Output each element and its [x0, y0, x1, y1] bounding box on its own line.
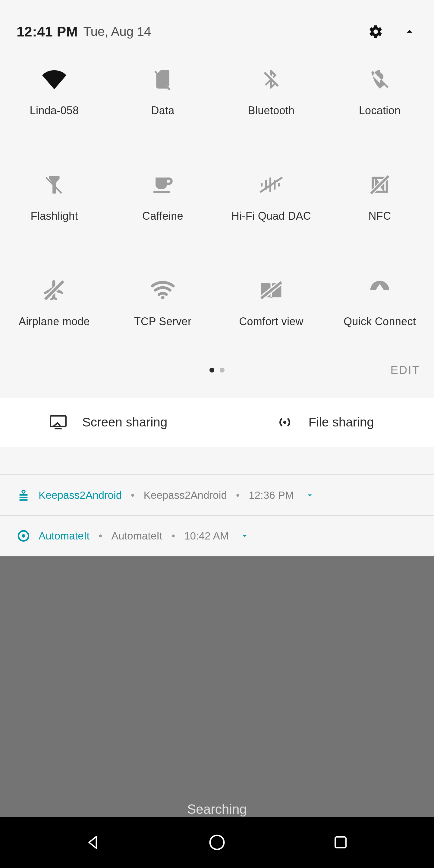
clock-time: 12:41 PM [17, 24, 78, 40]
tile-flashlight[interactable]: Flashlight [0, 171, 108, 247]
dac-off-icon [258, 171, 285, 198]
airplane-off-icon [41, 277, 68, 304]
wifi-arcs-icon [149, 277, 176, 304]
share-row: Screen sharing File sharing [0, 398, 434, 447]
share-label: Screen sharing [82, 415, 167, 430]
notif-app: Keepass2Android [38, 489, 122, 501]
bluetooth-off-icon [258, 66, 285, 93]
tile-label: Caffeine [142, 210, 183, 222]
svg-rect-24 [335, 837, 346, 848]
quick-settings-panel: 12:41 PM Tue, Aug 14 Linda-058 [0, 0, 434, 474]
page-dot-2 [220, 368, 224, 373]
tile-label: Airplane mode [19, 315, 90, 328]
clock-date: Tue, Aug 14 [83, 24, 151, 39]
nav-home-button[interactable] [187, 827, 247, 858]
qs-tiles-grid: Linda-058 Data Bluetooth [0, 45, 434, 352]
dot-sep: • [131, 489, 134, 501]
tile-bluetooth[interactable]: Bluetooth [217, 66, 326, 141]
svg-point-17 [22, 490, 25, 493]
keepass-icon [18, 489, 30, 501]
svg-point-16 [283, 421, 286, 424]
tile-caffeine[interactable]: Caffeine [108, 171, 217, 247]
tile-nfc[interactable]: NFC [326, 171, 434, 247]
svg-rect-14 [50, 416, 66, 427]
notif-title: AutomateIt [112, 530, 162, 542]
screen-sharing-button[interactable]: Screen sharing [0, 398, 217, 447]
tile-label: Hi-Fi Quad DAC [231, 210, 311, 222]
wifi-icon [41, 66, 68, 93]
notif-time: 10:42 AM [184, 530, 229, 542]
tile-label: Data [151, 104, 174, 117]
flashlight-off-icon [41, 171, 68, 198]
nav-recents-button[interactable] [310, 827, 371, 858]
qs-header: 12:41 PM Tue, Aug 14 [0, 0, 434, 45]
automateit-icon [18, 530, 30, 542]
svg-rect-4 [278, 183, 280, 187]
notification-row[interactable]: Keepass2Android • Keepass2Android • 12:3… [0, 474, 434, 516]
nav-bar [0, 817, 434, 868]
tile-label: Flashlight [30, 210, 78, 222]
notif-title: Keepass2Android [144, 489, 227, 501]
tile-data[interactable]: Data [108, 66, 217, 141]
coffee-icon [149, 171, 176, 198]
broadcast-icon [277, 414, 293, 430]
tile-label: Bluetooth [248, 104, 295, 117]
tile-comfort-view[interactable]: Comfort view [217, 277, 326, 352]
dot-sep: • [98, 530, 102, 542]
chevron-down-icon[interactable] [305, 491, 314, 500]
tile-hifi-dac[interactable]: Hi-Fi Quad DAC [217, 171, 326, 247]
notification-row[interactable]: AutomateIt • AutomateIt • 10:42 AM [0, 516, 434, 556]
location-off-icon [366, 66, 393, 93]
page-indicator [210, 368, 224, 373]
comfort-view-off-icon [258, 277, 285, 304]
svg-point-22 [22, 534, 25, 538]
tile-label: Location [359, 104, 401, 117]
svg-point-10 [161, 296, 164, 299]
notif-time: 12:36 PM [249, 489, 294, 501]
tile-label: Linda-058 [30, 104, 79, 117]
tile-location[interactable]: Location [326, 66, 434, 141]
chevron-up-icon[interactable] [402, 24, 417, 39]
svg-rect-0 [261, 183, 262, 187]
tile-label: Comfort view [239, 315, 304, 328]
file-sharing-button[interactable]: File sharing [217, 398, 434, 447]
svg-point-23 [210, 835, 224, 849]
share-label: File sharing [308, 415, 374, 430]
settings-icon[interactable] [368, 24, 384, 39]
sim-off-icon [149, 66, 176, 93]
status-text: Searching [0, 802, 434, 817]
notifications-area: Keepass2Android • Keepass2Android • 12:3… [0, 474, 434, 556]
tile-label: NFC [369, 210, 391, 222]
tile-wifi[interactable]: Linda-058 [0, 66, 108, 141]
pager-row: EDIT [0, 361, 434, 379]
notif-app: AutomateIt [38, 530, 90, 542]
tile-tcp-server[interactable]: TCP Server [108, 277, 217, 352]
tile-label: Quick Connect [344, 315, 416, 328]
svg-rect-20 [20, 499, 28, 501]
svg-rect-18 [20, 494, 28, 496]
page-dot-1 [210, 368, 214, 373]
nav-back-button[interactable] [63, 827, 124, 858]
tile-quick-connect[interactable]: Quick Connect [326, 277, 434, 352]
dot-sep: • [172, 530, 175, 542]
edit-button[interactable]: EDIT [390, 364, 420, 377]
chevron-down-icon[interactable] [240, 531, 249, 540]
dot-sep: • [236, 489, 240, 501]
cast-icon [50, 415, 67, 430]
nfc-off-icon [366, 171, 393, 198]
tile-airplane[interactable]: Airplane mode [0, 277, 108, 352]
quick-connect-icon [366, 277, 393, 304]
tile-label: TCP Server [134, 315, 191, 328]
svg-rect-19 [20, 497, 28, 498]
